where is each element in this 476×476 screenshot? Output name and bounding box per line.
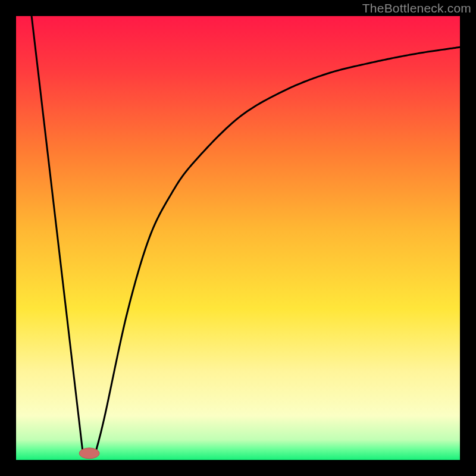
plot-area (16, 16, 460, 460)
plot-svg (16, 16, 460, 460)
optimal-marker-icon (79, 448, 99, 459)
gradient-bg (16, 16, 460, 460)
chart-frame: TheBottleneck.com (0, 0, 476, 476)
attribution-text: TheBottleneck.com (362, 1, 471, 15)
